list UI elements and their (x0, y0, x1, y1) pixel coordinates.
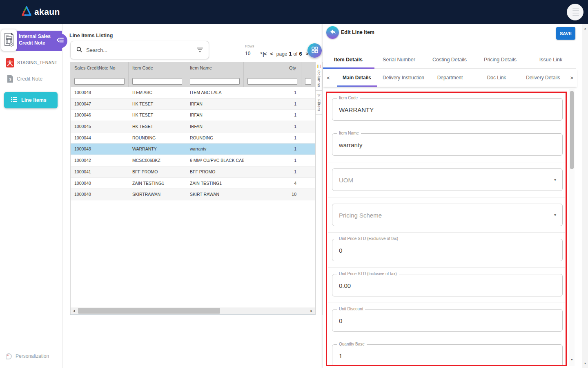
sidebar-collapse-button[interactable] (53, 34, 67, 48)
table-cell: IRFAN (186, 99, 244, 110)
form-scroll-thumb[interactable] (570, 91, 574, 169)
horizontal-scroll-thumb[interactable] (78, 308, 220, 314)
first-page-button[interactable]: |< (263, 51, 266, 57)
tenant-icon: 大 (6, 58, 14, 67)
sidebar-item-personalization[interactable]: Personalization (0, 351, 62, 361)
table-row[interactable]: 1000047HK TESETIRFAN1 (71, 99, 315, 110)
field-item-name[interactable]: Item Namewarranty (332, 133, 563, 156)
scroll-left-arrow[interactable]: ◄ (71, 307, 77, 314)
subtab-delivery-instruction[interactable]: Delivery Instruction (380, 69, 427, 87)
tab-item-details[interactable]: Item Details (323, 51, 374, 68)
table-cell: 1000045 (71, 121, 129, 132)
tab-serial-number[interactable]: Serial Number (374, 51, 424, 68)
field-uom[interactable]: UOM▾ (332, 168, 563, 191)
field-divider (332, 156, 563, 168)
filter-cell (301, 74, 315, 87)
table-row[interactable]: 1000046HK TESETIRFAN1 (71, 110, 315, 121)
subtab-delivery-details[interactable]: Delivery Details (520, 69, 566, 87)
table-row[interactable]: 1000042MCSC006BKZ6 MM² CU/PVC BLACK CABL… (71, 155, 315, 166)
column-header[interactable]: Item Name (186, 62, 244, 74)
field-quantity-base[interactable]: Quantity Base1 (332, 344, 563, 366)
back-arrow-icon (330, 29, 336, 36)
subtab-department[interactable]: Department (427, 69, 473, 87)
field-unit-discount[interactable]: Unit Discount0 (332, 309, 563, 332)
edit-line-item-panel: Edit Line Item SAVE Item DetailsSerial N… (323, 24, 588, 368)
back-button[interactable] (326, 26, 339, 39)
field-divider (332, 191, 563, 204)
column-filter-input[interactable] (190, 78, 240, 85)
page-indicator: page 1 of 6 (276, 51, 302, 57)
sidebar-item-credit-note[interactable]: $ Credit Note (0, 73, 62, 85)
columns-tab[interactable]: Columns (316, 62, 322, 91)
table-row[interactable]: 1000040SKIRTRAWANSKIRT RAWAN10 (71, 189, 315, 200)
field-value: WARRANTY (339, 106, 374, 113)
scroll-right-arrow[interactable]: ► (308, 307, 315, 314)
sub-tabs-bar: < Main DetailsDelivery InstructionDepart… (323, 69, 577, 87)
field-unit-price-std-exclusive-of-tax[interactable]: Unit Price STD (Exclusive of tax)0 (332, 239, 563, 261)
field-item-code[interactable]: Item CodeWARRANTY (332, 98, 563, 121)
sidebar-item-line-items[interactable]: Line Items (4, 92, 58, 108)
sub-tabs-next-button[interactable]: > (566, 75, 577, 81)
column-header[interactable]: Item Code (129, 62, 186, 74)
field-pricing-scheme[interactable]: Pricing Scheme▾ (332, 204, 563, 226)
table-row[interactable]: 1000041BFF PROMOBFF PROMO1 (71, 166, 315, 178)
table-row[interactable]: 1000040ZAIN TESTING1ZAIN TESTING14 (71, 178, 315, 189)
table-row[interactable]: 1000044ROUNDINGROUNDING1 (71, 132, 315, 144)
table-cell (301, 166, 315, 177)
user-avatar[interactable] (567, 4, 584, 20)
filters-tab[interactable]: ▽ Filters (316, 91, 322, 115)
grid-view-button[interactable] (307, 43, 322, 58)
subtab-doc-link[interactable]: Doc Link (473, 69, 520, 87)
column-header[interactable]: Sales CreditNote No (71, 62, 129, 74)
caret-down-icon: ▾ (554, 213, 556, 217)
tenant-label: STAGING_TENANT (17, 60, 58, 65)
column-header[interactable]: Qty (244, 62, 301, 74)
table-cell: 1 (244, 87, 301, 98)
annotation-highlight-box: Item CodeWARRANTYItem NamewarrantyUOM▾Pr… (326, 92, 567, 366)
table-cell: BFF PROMO (186, 166, 244, 177)
svg-text:$: $ (9, 77, 11, 81)
table-cell (301, 144, 315, 155)
table-filter-row (71, 74, 315, 87)
filter-icon[interactable] (197, 47, 203, 54)
panel-scrollbar: ▲ ▼ (582, 24, 588, 368)
column-filter-input[interactable] (305, 78, 311, 85)
table-cell: 1000047 (71, 99, 129, 110)
field-unit-price-std-inclusive-of-tax[interactable]: Unit Price STD (Inclusive of tax)0.00 (332, 274, 563, 296)
table-cell (301, 87, 315, 98)
tab-pricing-details[interactable]: Pricing Details (475, 51, 526, 68)
field-divider (332, 296, 563, 309)
form-scroll-down-arrow[interactable]: ▼ (569, 358, 575, 361)
table-cell (301, 121, 315, 132)
table-cell: 4 (244, 178, 301, 189)
akaun-triangle-icon (21, 6, 32, 18)
sidebar-tenant[interactable]: 大 STAGING_TENANT (0, 56, 62, 69)
tab-issue-link[interactable]: Issue Link (526, 51, 576, 68)
tab-costing-details[interactable]: Costing Details (424, 51, 475, 68)
table-cell (301, 99, 315, 110)
table-cell (301, 189, 315, 200)
listing-title: Line Items Listing (69, 33, 113, 38)
table-cell: 1 (244, 166, 301, 177)
table-body: 1000048ITEM ABCITEM ABC LALA11000047HK T… (71, 87, 315, 200)
table-row[interactable]: 1000045HK TESETIRFAN1 (71, 121, 315, 132)
subtab-main-details[interactable]: Main Details (334, 69, 380, 87)
panel-scroll-down-arrow[interactable]: ▼ (582, 362, 588, 365)
column-filter-input[interactable] (132, 78, 182, 85)
table-row[interactable]: 1000043WARRANTYwarranty1 (71, 144, 315, 155)
table-row[interactable]: 1000048ITEM ABCITEM ABC LALA1 (71, 87, 315, 99)
sub-tabs-prev-button[interactable]: < (323, 75, 334, 81)
save-button[interactable]: SAVE (556, 27, 575, 40)
column-header[interactable] (301, 62, 315, 74)
form-scrollbar: ▼ (569, 89, 575, 366)
column-filter-input[interactable] (74, 78, 125, 85)
prev-page-button[interactable]: < (270, 51, 273, 57)
current-page: 1 (289, 51, 292, 57)
rows-per-page-select[interactable]: 10 ▾ (244, 49, 264, 59)
search-input[interactable] (85, 47, 197, 54)
table-cell: 1000040 (71, 189, 129, 200)
sidebar-item-label: Credit Note (17, 76, 42, 82)
column-filter-input[interactable] (247, 78, 297, 85)
panel-scroll-up-arrow[interactable]: ▲ (582, 27, 588, 30)
sidebar-module-label: Internal Sales Credit Note (19, 34, 54, 46)
